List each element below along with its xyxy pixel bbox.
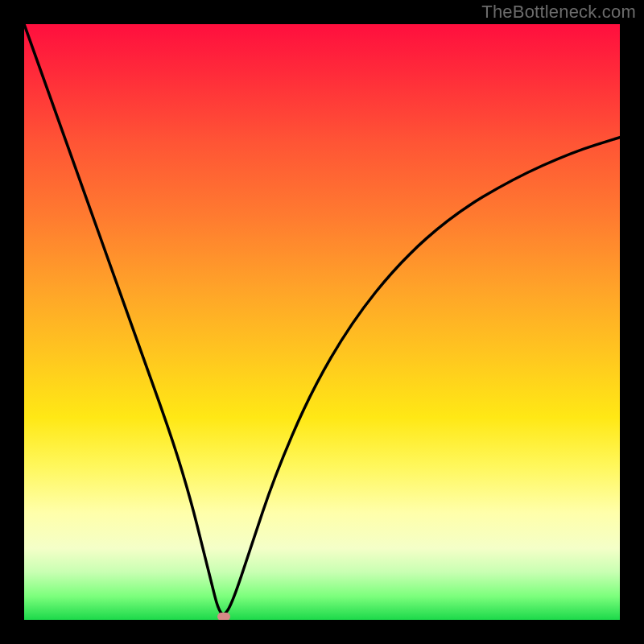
bottleneck-curve [24,24,620,620]
plot-area [24,24,620,620]
chart-frame: TheBottleneck.com [0,0,644,644]
optimal-point-marker [217,613,230,620]
watermark-text: TheBottleneck.com [481,2,636,23]
